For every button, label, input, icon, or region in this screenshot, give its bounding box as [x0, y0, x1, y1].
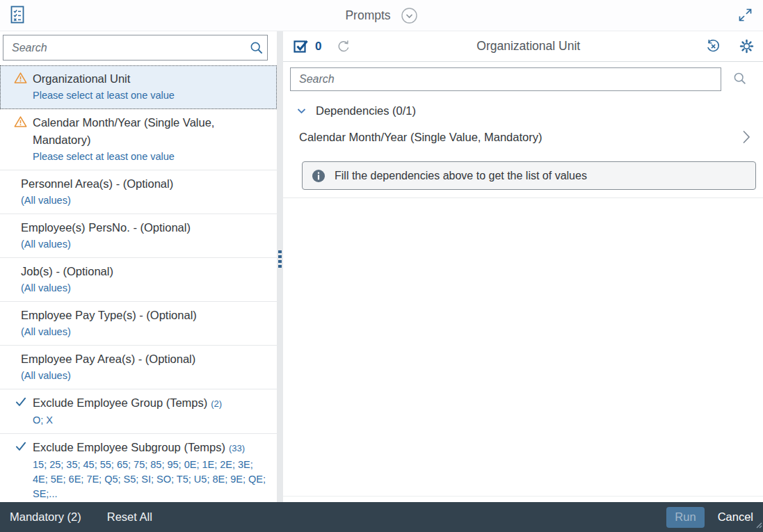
selected-prompt-title: Organizational Unit: [351, 39, 705, 54]
dependencies-label: Dependencies (0/1): [316, 104, 416, 118]
refresh-icon[interactable]: [336, 39, 351, 54]
prompt-value-text: 15; 25; 35; 45; 55; 65; 75; 85; 95; 0E; …: [33, 458, 270, 501]
mandatory-filter-button[interactable]: Mandatory (2): [10, 510, 81, 524]
prompt-list-item[interactable]: Exclude Employee Subgroup (Temps)(33) 15…: [0, 434, 277, 502]
dialog-title: Prompts: [345, 8, 390, 23]
prompt-list-item[interactable]: Calendar Month/Year (Single Value, Manda…: [0, 109, 277, 170]
value-search-input[interactable]: [290, 67, 721, 91]
check-icon: [14, 440, 27, 453]
prompt-value-text: (All values): [21, 325, 270, 339]
prompt-value-text: (All values): [21, 369, 270, 383]
prompt-title: Calendar Month/Year (Single Value, Manda…: [33, 114, 270, 149]
prompt-value-text: (All values): [21, 193, 270, 208]
chevron-down-icon: [296, 106, 307, 116]
prompt-title: Exclude Employee Subgroup (Temps)(33): [33, 439, 270, 457]
run-button[interactable]: Run: [666, 507, 704, 528]
info-message-text: Fill the dependencies above to get the l…: [335, 170, 587, 182]
prompt-title: Personnel Area(s) - (Optional): [21, 175, 270, 193]
prompt-list-panel: Organizational Unit Please select at lea…: [0, 31, 277, 502]
prompt-value-text: (All values): [21, 281, 270, 296]
prompt-list-item[interactable]: Employee Pay Type(s) - (Optional) (All v…: [0, 302, 277, 346]
reset-values-icon[interactable]: [705, 38, 721, 54]
dependency-item[interactable]: Calendar Month/Year (Single Value, Manda…: [299, 122, 750, 152]
check-icon: [14, 396, 27, 408]
resize-grip-icon[interactable]: [755, 519, 762, 531]
prompts-dialog: Prompts: [0, 0, 763, 532]
prompt-list-item[interactable]: Personnel Area(s) - (Optional) (All valu…: [0, 170, 277, 214]
prompt-list: Organizational Unit Please select at lea…: [0, 65, 277, 502]
prompt-title: Job(s) - (Optional): [21, 263, 270, 280]
chevron-right-icon: [741, 129, 750, 145]
divider: [283, 496, 763, 497]
prompt-value-text: O; X: [33, 413, 270, 428]
prompt-list-item[interactable]: Exclude Employee Group (Temps)(2) O; X: [0, 389, 277, 434]
info-icon: [312, 169, 326, 183]
value-search-icon[interactable]: [732, 71, 748, 86]
warning-icon: [14, 115, 27, 128]
cancel-button[interactable]: Cancel: [718, 510, 753, 524]
selected-count-badge: (33): [229, 443, 245, 453]
prompt-title: Exclude Employee Group (Temps)(2): [33, 394, 270, 412]
prompt-list-item[interactable]: Job(s) - (Optional) (All values): [0, 258, 277, 302]
panel-splitter[interactable]: [277, 31, 283, 502]
prompt-value-text: (All values): [21, 237, 270, 252]
value-selection-panel: 0 Organizational Unit: [283, 31, 763, 502]
dependencies-section-toggle[interactable]: Dependencies (0/1): [296, 104, 763, 118]
prompt-list-item[interactable]: Employee(s) PersNo. - (Optional) (All va…: [0, 214, 277, 258]
prompt-list-item[interactable]: Employee Pay Area(s) - (Optional) (All v…: [0, 346, 277, 389]
selected-values-count: 0: [315, 40, 321, 54]
value-search-row: [283, 62, 763, 95]
prompt-title: Employee Pay Area(s) - (Optional): [21, 350, 270, 368]
value-toolbar: 0 Organizational Unit: [283, 31, 763, 62]
prompt-title: Employee Pay Type(s) - (Optional): [21, 307, 270, 324]
reset-all-button[interactable]: Reset All: [107, 510, 152, 524]
divider: [283, 198, 763, 198]
warning-icon: [14, 72, 27, 84]
prompts-list-icon: [9, 5, 26, 24]
collapse-header-icon[interactable]: [401, 7, 418, 24]
prompt-value-text: Please select at least one value: [33, 150, 270, 164]
prompt-value-text: Please select at least one value: [33, 88, 270, 103]
prompt-list-item[interactable]: Organizational Unit Please select at lea…: [0, 65, 277, 109]
footer-bar: Mandatory (2) Reset All Run Cancel: [0, 502, 763, 532]
info-message-box: Fill the dependencies above to get the l…: [302, 161, 756, 190]
expand-dialog-icon[interactable]: [737, 7, 753, 23]
settings-gear-icon[interactable]: [739, 38, 755, 54]
prompt-search-input[interactable]: [3, 35, 268, 61]
selected-values-checkbox-icon[interactable]: [293, 38, 309, 54]
selected-count-badge: (2): [211, 398, 222, 409]
search-icon[interactable]: [249, 40, 264, 56]
title-bar: Prompts: [0, 0, 763, 31]
prompt-title: Organizational Unit: [33, 70, 270, 88]
prompt-title: Employee(s) PersNo. - (Optional): [21, 219, 270, 236]
dependency-item-label: Calendar Month/Year (Single Value, Manda…: [299, 131, 542, 144]
splitter-drag-handle-icon[interactable]: [278, 250, 282, 268]
